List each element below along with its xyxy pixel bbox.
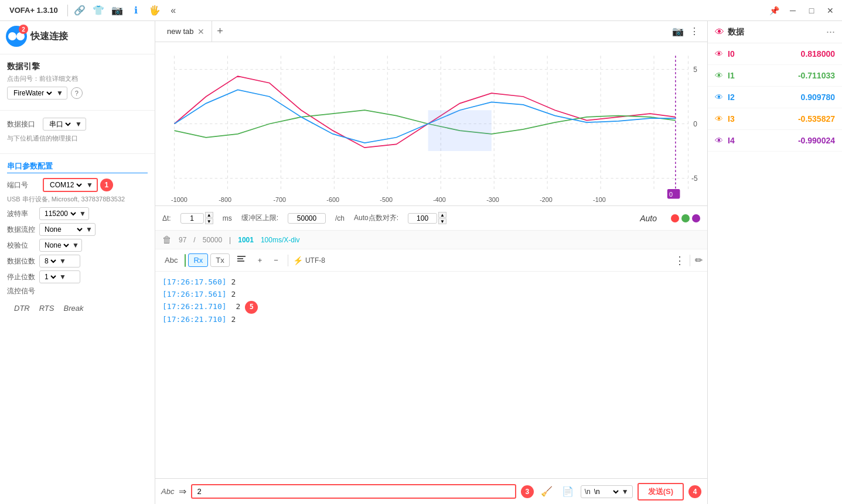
svg-text:-400: -400: [433, 196, 446, 203]
toolbar-more-icon[interactable]: ⋮: [674, 254, 685, 267]
link-icon[interactable]: 🔗: [73, 4, 87, 18]
pin-button[interactable]: 📌: [767, 4, 781, 18]
svg-text:-600: -600: [326, 196, 339, 203]
i1-eye-icon[interactable]: 👁: [715, 71, 723, 80]
interface-dropdown-icon: ▼: [75, 120, 82, 128]
port-select-input[interactable]: COM12: [47, 180, 84, 190]
tab-more-icon[interactable]: ⋮: [686, 23, 703, 40]
svg-text:-300: -300: [486, 196, 499, 203]
interface-section: 数据接口 串口 网络 ▼ 与下位机通信的物理接口: [0, 113, 155, 151]
info-icon[interactable]: ℹ: [129, 4, 143, 18]
delta-t-up[interactable]: ▲: [205, 212, 213, 218]
stats-rate-unit: 100ms/X-div: [261, 236, 300, 244]
close-button[interactable]: ✕: [823, 4, 837, 18]
rx-button[interactable]: Rx: [188, 253, 208, 267]
i2-eye-icon[interactable]: 👁: [715, 92, 723, 102]
fingerprint-icon[interactable]: 🖐: [148, 4, 162, 18]
flow-label: 数据流控: [7, 225, 39, 235]
databits-select-input[interactable]: 8 7: [42, 256, 58, 266]
channel-i3-row: 👁 I3 -0.535827: [708, 108, 842, 130]
right-panel-title: 数据: [728, 27, 826, 37]
step-badge-4: 4: [688, 485, 701, 498]
interface-hint: 与下位机通信的物理接口: [7, 134, 148, 143]
center-panel: new tab ✕ + 📷 ⋮: [155, 21, 707, 504]
input-arrow-icon[interactable]: ⇒: [179, 486, 186, 497]
abc-button[interactable]: Abc: [160, 254, 182, 266]
tx-button[interactable]: Tx: [210, 253, 229, 267]
send-button[interactable]: 发送(S): [638, 483, 684, 500]
flow-select[interactable]: None RTS/CTS ▼: [39, 223, 96, 236]
delta-t-down[interactable]: ▼: [205, 218, 213, 224]
i4-value: -0.990024: [798, 136, 835, 145]
plus-button[interactable]: +: [253, 254, 267, 266]
stats-pipe: |: [229, 236, 231, 244]
baud-select[interactable]: 115200 9600 38400 ▼: [39, 207, 89, 220]
interface-select[interactable]: 串口 网络 ▼: [43, 118, 86, 131]
baud-select-input[interactable]: 115200 9600 38400: [42, 209, 78, 218]
tab-new-tab[interactable]: new tab ✕: [160, 21, 212, 42]
help-button[interactable]: ?: [71, 87, 83, 99]
auto-align-up[interactable]: ▲: [438, 212, 446, 218]
term-time-2: [17:26:17.561]: [162, 290, 227, 299]
interface-select-input[interactable]: 串口 网络: [47, 119, 73, 129]
engine-select[interactable]: FireWater JustFloat RawData ▼: [7, 87, 67, 100]
channel-i1-row: 👁 I1 -0.711033: [708, 65, 842, 87]
delta-t-input[interactable]: [180, 213, 204, 224]
stopbits-select-input[interactable]: 1 2: [42, 272, 58, 282]
shirt-icon[interactable]: 👕: [91, 4, 105, 18]
svg-text:0: 0: [693, 120, 697, 128]
sidebar-divider-1: [0, 54, 155, 54]
baud-dropdown-icon: ▼: [79, 210, 86, 218]
parity-select-input[interactable]: None Even Odd: [42, 241, 71, 250]
input-file-icon[interactable]: 📄: [560, 484, 576, 500]
port-hint: USB 串行设备, Microsoft, 3378378B3532: [7, 195, 148, 204]
baud-label: 波特率: [7, 209, 39, 219]
flow-signal-label: 流控信号: [7, 286, 39, 296]
buffer-input[interactable]: [288, 213, 326, 224]
back-icon[interactable]: «: [166, 4, 180, 18]
eraser-icon[interactable]: ✏: [695, 255, 703, 266]
right-panel-more-icon[interactable]: ···: [826, 26, 835, 38]
auto-align-down[interactable]: ▼: [438, 218, 446, 224]
newline-select[interactable]: \n \n \r\n None ▼: [581, 485, 633, 498]
trash-icon[interactable]: 🗑: [162, 235, 172, 245]
databits-select[interactable]: 8 7 ▼: [39, 255, 80, 268]
input-clear-icon[interactable]: 🧹: [538, 484, 555, 500]
format-button[interactable]: [232, 253, 251, 268]
auto-align-label: Auto点数对齐:: [354, 213, 398, 223]
i4-eye-icon[interactable]: 👁: [715, 136, 723, 145]
break-label: Break: [63, 304, 83, 313]
newline-select-input[interactable]: \n \r\n None: [592, 487, 621, 496]
interface-label: 数据接口: [7, 119, 39, 129]
svg-rect-33: [237, 258, 243, 259]
dtr-label: DTR: [14, 304, 30, 313]
i0-channel-label: I0: [728, 49, 735, 59]
engine-select-input[interactable]: FireWater JustFloat RawData: [11, 88, 54, 98]
phone-icon: [185, 254, 186, 267]
tab-add-button[interactable]: +: [212, 23, 229, 40]
camera-icon[interactable]: 📷: [110, 4, 124, 18]
tab-close-icon[interactable]: ✕: [197, 27, 204, 36]
data-engine-title: 数据引擎: [7, 61, 148, 72]
svg-text:-5: -5: [691, 174, 698, 183]
stopbits-dropdown-icon: ▼: [59, 273, 66, 281]
svg-text:-800: -800: [219, 196, 231, 203]
databits-row: 数据位数 8 7 ▼: [7, 255, 148, 268]
input-field[interactable]: [191, 484, 516, 499]
chart-controls: Δt: ▲ ▼ ms 缓冲区上限: /ch Auto点数对齐: ▲ ▼: [155, 206, 707, 231]
svg-text:-100: -100: [593, 196, 606, 203]
port-select[interactable]: COM12 ▼: [43, 178, 98, 192]
flow-dropdown-icon: ▼: [86, 225, 93, 234]
stopbits-select[interactable]: 1 2 ▼: [39, 270, 80, 283]
newline-label: \n: [585, 488, 591, 496]
flow-row: 数据流控 None RTS/CTS ▼: [7, 223, 148, 236]
auto-align-input[interactable]: [408, 213, 437, 224]
minus-button[interactable]: −: [269, 254, 283, 266]
tab-camera-icon[interactable]: 📷: [670, 23, 686, 40]
i3-eye-icon[interactable]: 👁: [715, 114, 723, 124]
minimize-button[interactable]: ─: [786, 4, 800, 18]
i0-eye-icon[interactable]: 👁: [715, 49, 723, 59]
maximize-button[interactable]: □: [804, 4, 819, 18]
flow-select-input[interactable]: None RTS/CTS: [42, 225, 84, 234]
parity-select[interactable]: None Even Odd ▼: [39, 239, 82, 252]
